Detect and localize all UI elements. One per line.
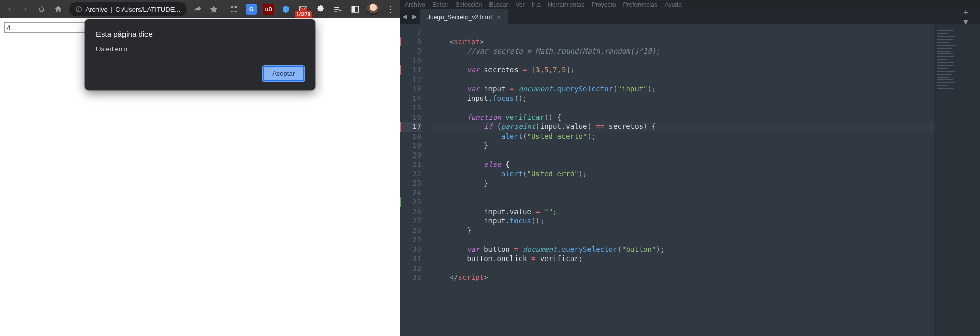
- code-line[interactable]: var button = document.querySelector("but…: [432, 245, 934, 254]
- line-number: 24: [400, 188, 421, 198]
- close-icon[interactable]: ×: [497, 13, 501, 21]
- alert-actions: Aceptar: [96, 66, 304, 81]
- code-line[interactable]: }: [432, 141, 934, 150]
- extension-ublock-icon[interactable]: u0: [263, 4, 274, 15]
- chrome-toolbar: Archivo | C:/Users/LATITUDE... G u0 1427…: [0, 0, 400, 18]
- extension-playlist-icon[interactable]: [332, 4, 344, 15]
- minimap[interactable]: [934, 24, 980, 336]
- tab-actions[interactable]: ＋ ▼: [962, 9, 980, 24]
- tab-prev-icon[interactable]: ◄: [400, 9, 410, 24]
- extensions: G u0 14278: [228, 4, 361, 15]
- alert-accept-button[interactable]: Aceptar: [263, 66, 304, 81]
- alert-title: Esta página dice: [96, 30, 304, 38]
- code-line[interactable]: function verificar() {: [432, 113, 934, 122]
- reload-icon[interactable]: [37, 4, 47, 14]
- code-line[interactable]: </script>: [432, 273, 934, 282]
- code-line[interactable]: var input = document.querySelector("inpu…: [432, 84, 934, 94]
- menu-item[interactable]: Preferencias: [623, 1, 657, 8]
- code-line[interactable]: input.focus();: [432, 94, 934, 104]
- line-number: 17: [400, 122, 421, 132]
- extension-hexagon-icon[interactable]: [280, 4, 291, 15]
- svg-rect-1: [78, 9, 79, 10]
- alert-dialog: Esta página dice Usted erró Aceptar: [85, 19, 315, 90]
- avatar[interactable]: [367, 3, 379, 15]
- line-number: 23: [400, 178, 421, 188]
- tab-next-icon[interactable]: ►: [410, 9, 420, 24]
- menu-item[interactable]: Editar: [432, 1, 448, 8]
- menu-item[interactable]: Ayuda: [665, 1, 682, 8]
- svg-rect-2: [78, 8, 79, 8]
- chrome-window: Archivo | C:/Users/LATITUDE... G u0 1427…: [0, 0, 400, 336]
- forward-icon[interactable]: [20, 4, 31, 14]
- extension-mail-icon[interactable]: 14278: [298, 4, 309, 15]
- back-icon[interactable]: [4, 4, 14, 14]
- menu-item[interactable]: Buscar: [489, 1, 508, 8]
- extension-icon[interactable]: [228, 4, 239, 15]
- code-line[interactable]: <script>: [432, 37, 934, 47]
- menu-item[interactable]: Herramientas: [548, 1, 584, 8]
- code-line[interactable]: [432, 235, 934, 245]
- gutter: 7891011121314151617181920212223242526272…: [400, 24, 425, 336]
- address-bar[interactable]: Archivo | C:/Users/LATITUDE...: [69, 2, 187, 16]
- line-number: 33: [400, 273, 421, 282]
- line-number: 13: [400, 84, 421, 94]
- extension-puzzle-icon[interactable]: [315, 4, 326, 15]
- code-line[interactable]: alert("Usted erró");: [432, 169, 934, 179]
- home-icon[interactable]: [53, 4, 63, 14]
- alert-message: Usted erró: [96, 45, 304, 53]
- menu-bar[interactable]: ArchivoEditarSelecciónBuscarVerIr aHerra…: [400, 0, 980, 9]
- line-number: 25: [400, 197, 421, 207]
- line-number: 9: [400, 46, 421, 56]
- menu-item[interactable]: Selección: [455, 1, 482, 8]
- line-number: 16: [400, 113, 421, 122]
- menu-item[interactable]: Ir a: [532, 1, 541, 8]
- kebab-menu-icon[interactable]: [385, 6, 396, 13]
- address-scheme: Archivo: [86, 6, 108, 13]
- line-number: 14: [400, 94, 421, 104]
- tab-file-label: Juego_Secreto_v2.html: [427, 14, 492, 21]
- code-line[interactable]: [432, 197, 934, 207]
- sublime-window: ArchivoEditarSelecciónBuscarVerIr aHerra…: [400, 0, 980, 336]
- code-line[interactable]: [432, 264, 934, 273]
- line-number: 28: [400, 226, 421, 236]
- tab-bar: ◄ ► Juego_Secreto_v2.html × ＋ ▼: [400, 9, 980, 24]
- line-number: 12: [400, 75, 421, 85]
- svg-rect-4: [352, 6, 355, 12]
- line-number: 29: [400, 235, 421, 245]
- line-number: 18: [400, 132, 421, 141]
- code-line[interactable]: [432, 28, 934, 37]
- code-line[interactable]: [432, 103, 934, 113]
- address-separator: |: [111, 6, 112, 13]
- extension-translate-icon[interactable]: G: [246, 4, 257, 15]
- code-line[interactable]: [432, 75, 934, 85]
- code-line[interactable]: input.focus();: [432, 216, 934, 226]
- code-line[interactable]: alert("Usted acertó");: [432, 132, 934, 141]
- code-line[interactable]: //var secreto = Math.round(Math.random()…: [432, 46, 934, 56]
- code-area[interactable]: <script> //var secreto = Math.round(Math…: [425, 24, 934, 336]
- code-line[interactable]: }: [432, 226, 934, 236]
- line-number: 21: [400, 160, 421, 169]
- code-line[interactable]: }: [432, 178, 934, 188]
- line-number: 20: [400, 150, 421, 160]
- menu-item[interactable]: Ver: [516, 1, 525, 8]
- line-number: 26: [400, 207, 421, 217]
- code-line[interactable]: input.value = "";: [432, 207, 934, 217]
- extension-panel-icon[interactable]: [350, 4, 361, 15]
- code-line[interactable]: button.onclick = verificar;: [432, 254, 934, 264]
- menu-item[interactable]: Archivo: [405, 1, 425, 8]
- share-icon[interactable]: [193, 4, 203, 14]
- code-line[interactable]: [432, 188, 934, 198]
- tab-file[interactable]: Juego_Secreto_v2.html ×: [420, 9, 508, 24]
- line-number: 15: [400, 103, 421, 113]
- tab-fill: [508, 9, 962, 24]
- code-line[interactable]: else {: [432, 160, 934, 169]
- line-number: 8: [400, 37, 421, 47]
- editor[interactable]: 7891011121314151617181920212223242526272…: [400, 24, 980, 336]
- menu-item[interactable]: Proyecto: [592, 1, 616, 8]
- code-line[interactable]: if (parseInt(input.value) == secretos) {: [432, 122, 934, 132]
- code-line[interactable]: [432, 150, 934, 160]
- star-icon[interactable]: [209, 4, 219, 14]
- code-line[interactable]: [432, 56, 934, 66]
- code-line[interactable]: var secretos = [3,5,7,9];: [432, 65, 934, 75]
- line-number: 27: [400, 216, 421, 226]
